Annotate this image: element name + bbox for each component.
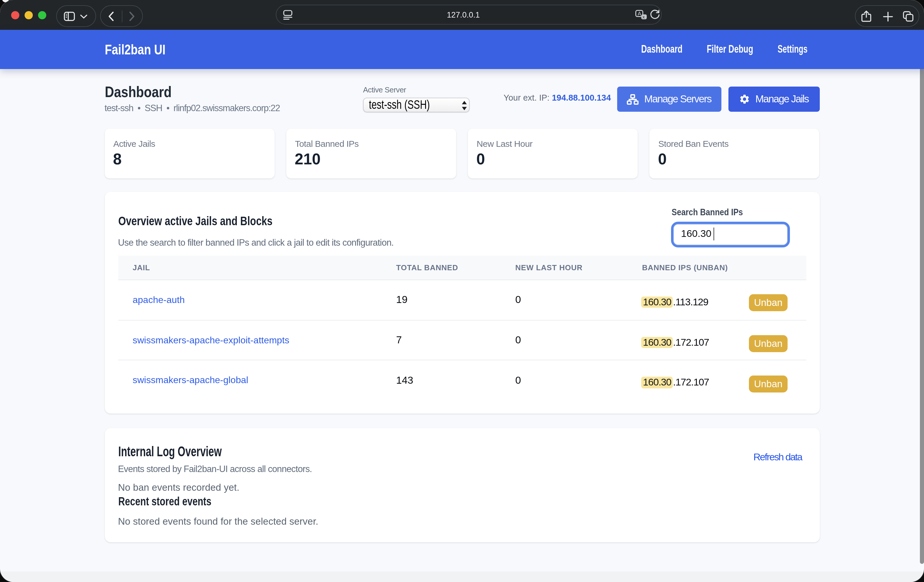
svg-text:A: A — [638, 10, 641, 16]
svg-text:x: x — [642, 14, 645, 19]
